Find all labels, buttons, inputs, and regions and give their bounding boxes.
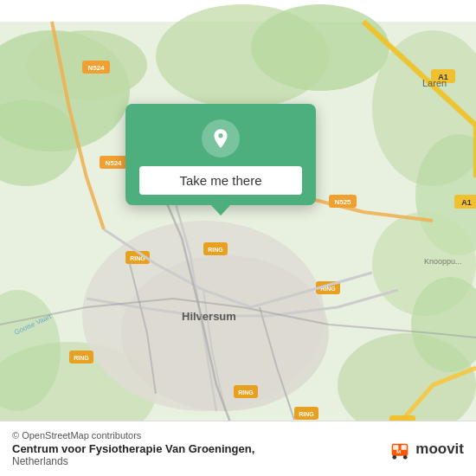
svg-point-46 [393,455,397,460]
svg-text:N524: N524 [105,159,122,167]
svg-text:Laren: Laren [422,78,447,88]
svg-text:RING: RING [299,411,314,417]
svg-text:A1: A1 [461,198,472,207]
svg-text:N525: N525 [334,198,351,206]
map-container: A1 A1 A27 N524 N524 N525 RING RING RING … [0,0,476,476]
svg-text:RING: RING [74,355,89,361]
svg-text:N524: N524 [87,64,105,72]
location-pin-icon [202,119,240,158]
svg-text:RING: RING [238,389,254,396]
take-me-there-button[interactable]: Take me there [139,166,302,195]
svg-point-14 [121,255,329,411]
footer-left: © OpenStreetMap contributors Centrum voo… [12,430,254,467]
svg-text:Hilversum: Hilversum [182,310,236,323]
moovit-logo: M moovit [388,437,464,461]
footer-title: Centrum voor Fysiotherapie Van Groeninge… [12,442,254,455]
popup-card: Take me there [125,104,316,205]
svg-rect-45 [402,445,407,449]
svg-text:Knooppu...: Knooppu... [424,257,462,266]
footer-bar: © OpenStreetMap contributors Centrum voo… [0,421,476,476]
svg-text:RING: RING [208,247,223,253]
footer-copyright: © OpenStreetMap contributors [12,430,254,441]
svg-point-5 [251,4,389,91]
footer-subtitle: Netherlands [12,455,254,467]
moovit-text: moovit [415,441,464,458]
svg-point-47 [403,455,408,460]
map-background: A1 A1 A27 N524 N524 N525 RING RING RING … [0,0,476,476]
svg-text:M: M [396,447,401,453]
moovit-logo-icon: M [388,437,412,461]
